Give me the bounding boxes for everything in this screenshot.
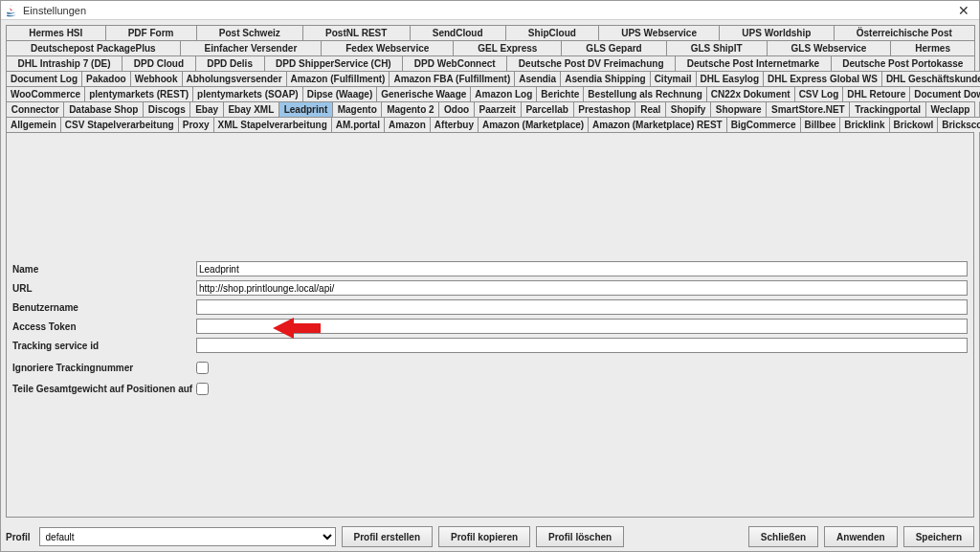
tab-shopware[interactable]: Shopware [710,101,767,117]
delete-profile-button[interactable]: Profil löschen [536,526,624,547]
tab-deutsche-post-dv-freimachung[interactable]: Deutsche Post DV Freimachung [506,55,676,71]
tab-amazon-marketplace[interactable]: Amazon (Marketplace) [478,117,589,132]
close-icon[interactable]: ✕ [952,3,975,18]
tab-ups-webservice[interactable]: UPS Webservice [598,25,720,40]
tab-fedex-webservice[interactable]: Fedex Webservice [321,40,454,55]
user-label: Benutzername [12,302,196,313]
tab-dhl-retoure[interactable]: DHL Retoure [842,86,910,101]
tab-dpd-cloud[interactable]: DPD Cloud [122,55,195,71]
tab-prestashop[interactable]: Prestashop [573,101,636,117]
tab-sterreichische-post[interactable]: Österreichische Post [834,25,975,40]
tab-plentymarkets-rest[interactable]: plentymarkets (REST) [84,86,193,101]
tab-paarzeit[interactable]: Paarzeit [474,101,522,117]
user-field[interactable] [196,299,968,315]
profil-select[interactable]: default [39,527,336,546]
tab-generische-waage[interactable]: Generische Waage [376,86,471,101]
tab-postnl-rest[interactable]: PostNL REST [302,25,411,40]
tab-deutschepost-packageplus[interactable]: Deutschepost PackagePlus [6,40,181,55]
tab-xml-stapelverarbeitung[interactable]: XML Stapelverarbeitung [213,117,332,132]
tab-post-schweiz[interactable]: Post Schweiz [196,25,303,40]
tab-citymail[interactable]: Citymail [650,71,697,86]
name-field[interactable] [196,261,968,276]
tab-amazon-marketplace-rest[interactable]: Amazon (Marketplace) REST [588,117,727,132]
tab-amazon-fulfillment[interactable]: Amazon (Fulfillment) [286,71,390,86]
tab-deutsche-post-portokasse[interactable]: Deutsche Post Portokasse [831,55,975,71]
token-label: Access Token [12,321,196,332]
tracking-field[interactable] [196,338,968,353]
tab-discogs[interactable]: Discogs [143,101,190,117]
tab-csv-stapelverarbeitung[interactable]: CSV Stapelverarbeitung [60,117,179,132]
tab-hermes-hsi[interactable]: Hermes HSI [6,25,106,40]
tab-odoo[interactable]: Odoo [438,101,475,117]
tab-dhl-express-global-ws[interactable]: DHL Express Global WS [763,71,882,86]
tab-deutsche-post-internetmarke[interactable]: Deutsche Post Internetmarke [675,55,832,71]
tab-dipse-waage[interactable]: Dipse (Waage) [302,86,378,101]
tab-amazon-fba-fulfillment[interactable]: Amazon FBA (Fulfillment) [389,71,515,86]
tab-ebay-xml[interactable]: Ebay XML [223,101,279,117]
apply-button[interactable]: Anwenden [824,526,898,547]
tab-ebay[interactable]: Ebay [189,101,223,117]
tab-bigcommerce[interactable]: BigCommerce [726,117,801,132]
tab-asendia[interactable]: Asendia [514,71,561,86]
tab-billbee[interactable]: Billbee [800,117,841,132]
tab-amazon-log[interactable]: Amazon Log [470,86,537,101]
tab-document-downloader[interactable]: Document Downloader [909,86,980,101]
create-profile-button[interactable]: Profil erstellen [342,526,433,547]
tab-gls-gepard[interactable]: GLS Gepard [561,40,666,55]
tab-database-shop[interactable]: Database Shop [63,101,144,117]
tab-dhl-gesch-ftskundenversand[interactable]: DHL Geschäftskundenversand [881,71,980,86]
tab-magento[interactable]: Magento [332,101,383,117]
tab-shipcloud[interactable]: ShipCloud [505,25,599,40]
tab-webhook[interactable]: Webhook [130,71,183,86]
tab-dhl-intraship-7-de[interactable]: DHL Intraship 7 (DE) [6,55,122,71]
tab-proxy[interactable]: Proxy [178,117,214,132]
tab-woocommerce[interactable]: WooCommerce [6,86,85,101]
tab-brickscout[interactable]: Brickscout [937,117,980,132]
tab-dpd-delis[interactable]: DPD Delis [195,55,265,71]
tab-plentymarkets-soap[interactable]: plentymarkets (SOAP) [192,86,303,101]
tab-parcellab[interactable]: Parcellab [521,101,574,117]
tab-bestellung-als-rechnung[interactable]: Bestellung als Rechnung [583,86,706,101]
tab-sendcloud[interactable]: SendCloud [410,25,506,40]
tab-afterbuy[interactable]: Afterbuy [430,117,479,132]
tab-pdf-form[interactable]: PDF Form [105,25,197,40]
save-button[interactable]: Speichern [903,526,974,547]
tab-ups-worldship[interactable]: UPS Worldship [719,25,834,40]
tab-connector[interactable]: Connector [6,101,64,117]
tab-bricklink[interactable]: Bricklink [839,117,889,132]
tab-gls-shipit[interactable]: GLS ShipIT [666,40,768,55]
url-field[interactable] [196,280,968,296]
tab-asendia-shipping[interactable]: Asendia Shipping [560,71,650,86]
tab-dpd-webconnect[interactable]: DPD WebConnect [402,55,507,71]
tab-gel-express[interactable]: GEL Express [453,40,562,55]
tab-csv-log[interactable]: CSV Log [794,86,844,101]
tab-brickowl[interactable]: Brickowl [889,117,939,132]
tab-cn22x-dokument[interactable]: CN22x Dokument [706,86,795,101]
tab-hermes[interactable]: Hermes [890,40,975,55]
tab-berichte[interactable]: Berichte [536,86,584,101]
close-button[interactable]: Schließen [748,526,818,547]
tab-weclapp[interactable]: Weclapp [925,101,975,117]
token-field[interactable] [196,319,968,334]
copy-profile-button[interactable]: Profil kopieren [438,526,530,547]
tab-abholungsversender[interactable]: Abholungsversender [182,71,287,86]
window-title: Einstellungen [23,5,86,16]
tab-am-portal[interactable]: AM.portal [331,117,385,132]
tab-smartstore-net[interactable]: SmartStore.NET [766,101,850,117]
tab-trackingportal[interactable]: Trackingportal [849,101,925,117]
tab-document-log[interactable]: Document Log [6,71,82,86]
tab-magento-2[interactable]: Magento 2 [381,101,439,117]
tab-gls-webservice[interactable]: GLS Webservice [767,40,892,55]
tab-shopify[interactable]: Shopify [665,101,711,117]
ignore-tracking-checkbox[interactable] [196,362,209,374]
tab-dhl-easylog[interactable]: DHL Easylog [696,71,765,86]
tab-allgemein[interactable]: Allgemein [6,117,61,132]
tab-einfacher-versender[interactable]: Einfacher Versender [180,40,323,55]
tab-real[interactable]: Real [635,101,666,117]
tab-leadprint[interactable]: Leadprint [278,101,333,117]
tab-pakadoo[interactable]: Pakadoo [81,71,131,86]
tab-amazon[interactable]: Amazon [384,117,431,132]
split-weight-checkbox[interactable] [196,383,209,395]
ignore-tracking-label: Ignoriere Trackingnummer [12,363,196,373]
tab-dpd-shipperservice-ch[interactable]: DPD ShipperService (CH) [264,55,404,71]
